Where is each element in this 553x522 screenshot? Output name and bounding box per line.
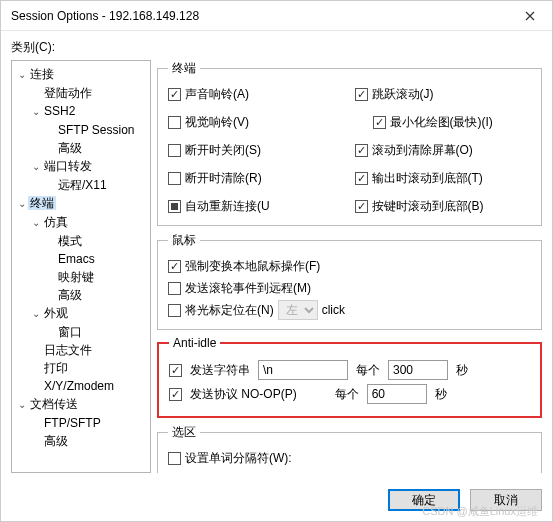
- tree-item[interactable]: ⌄文档传送: [14, 395, 148, 414]
- wheel_remote-label: 发送滚轮事件到远程(M): [185, 280, 311, 297]
- tree-item-label: 高级: [56, 141, 84, 155]
- send-string-label: 发送字符串: [190, 362, 250, 379]
- tree-item-label: 登陆动作: [42, 86, 94, 100]
- category-tree[interactable]: ⌄连接 登陆动作⌄SSH2 SFTP Session 高级⌄端口转发 远程/X1…: [11, 60, 151, 473]
- tree-item[interactable]: ⌄端口转发: [14, 157, 148, 176]
- panels: ⌄连接 登陆动作⌄SSH2 SFTP Session 高级⌄端口转发 远程/X1…: [11, 60, 542, 473]
- anti-idle-group: Anti-idle 发送字符串 每个 秒 发送协议 NO-OP(P) 每个 秒: [157, 336, 542, 418]
- tree-item[interactable]: ⌄SSH2: [14, 102, 148, 121]
- auto_reconnect-label: 自动重新连接(U: [185, 198, 270, 215]
- tree-item[interactable]: 高级: [14, 139, 148, 157]
- close-button[interactable]: [508, 1, 552, 31]
- tree-item[interactable]: SFTP Session: [14, 121, 148, 139]
- send-proto-interval[interactable]: [367, 384, 427, 404]
- send-string-interval[interactable]: [388, 360, 448, 380]
- wheel_remote-checkbox[interactable]: [168, 282, 181, 295]
- tree-item[interactable]: 模式: [14, 232, 148, 250]
- tree-item-label: 日志文件: [42, 343, 94, 357]
- tree-item[interactable]: 远程/X11: [14, 176, 148, 194]
- checkbox-row: 自动重新连接(U: [168, 195, 345, 217]
- tree-toggle-icon[interactable]: ⌄: [30, 305, 42, 323]
- send-string-input[interactable]: [258, 360, 348, 380]
- window-title: Session Options - 192.168.149.128: [11, 9, 199, 23]
- tree-item[interactable]: X/Y/Zmodem: [14, 377, 148, 395]
- titlebar: Session Options - 192.168.149.128: [1, 1, 552, 31]
- tree-item-label: 仿真: [42, 215, 70, 229]
- tree-item[interactable]: 窗口: [14, 323, 148, 341]
- send-string-unit: 秒: [456, 362, 468, 379]
- tree-toggle-icon[interactable]: ⌄: [30, 214, 42, 232]
- tree-item-label: 打印: [42, 361, 70, 375]
- tree-item[interactable]: ⌄连接: [14, 65, 148, 84]
- tree-toggle-icon[interactable]: ⌄: [16, 396, 28, 414]
- mouse-group: 鼠标 强制变换本地鼠标操作(F)发送滚轮事件到远程(M)将光标定位在(N)左cl…: [157, 232, 542, 330]
- tree-item[interactable]: 映射键: [14, 268, 148, 286]
- visualbell-checkbox[interactable]: [168, 116, 181, 129]
- cursor-fix-select: 左: [278, 300, 318, 320]
- send-string-checkbox[interactable]: [169, 364, 182, 377]
- scroll_bottom_key-label: 按键时滚动到底部(B): [372, 198, 484, 215]
- tree-item[interactable]: 登陆动作: [14, 84, 148, 102]
- tree-item-label: SFTP Session: [56, 123, 136, 137]
- anti-idle-legend: Anti-idle: [169, 336, 220, 350]
- selection-group: 选区 设置单词分隔符(W):: [157, 424, 542, 473]
- checkbox-row: 滚动到清除屏幕(O): [355, 139, 532, 161]
- tree-item-label: Emacs: [56, 252, 97, 266]
- word-delim-row: 设置单词分隔符(W):: [168, 447, 531, 469]
- tree-item[interactable]: Emacs: [14, 250, 148, 268]
- cursor-fix-trail: click: [322, 303, 345, 317]
- audiobell-label: 声音响铃(A): [185, 86, 249, 103]
- scroll_bottom_key-checkbox[interactable]: [355, 200, 368, 213]
- force_local-label: 强制变换本地鼠标操作(F): [185, 258, 320, 275]
- checkbox-row: 强制变换本地鼠标操作(F): [168, 255, 531, 277]
- tree-item[interactable]: FTP/SFTP: [14, 414, 148, 432]
- ok-button[interactable]: 确定: [388, 489, 460, 511]
- checkbox-row: 视觉响铃(V): [168, 111, 345, 133]
- cursor-fix-checkbox[interactable]: [168, 304, 181, 317]
- tree-toggle-icon[interactable]: ⌄: [16, 195, 28, 213]
- scroll_bottom_out-checkbox[interactable]: [355, 172, 368, 185]
- word-delim-label: 设置单词分隔符(W):: [185, 450, 292, 467]
- min_draw-label: 最小化绘图(最快)(I): [390, 114, 493, 131]
- checkbox-row: 断开时清除(R): [168, 167, 345, 189]
- tree-item[interactable]: ⌄终端: [14, 194, 148, 213]
- main-panel: 终端 声音响铃(A)跳跃滚动(J)视觉响铃(V)最小化绘图(最快)(I)断开时关…: [157, 60, 542, 473]
- cancel-button[interactable]: 取消: [470, 489, 542, 511]
- send-proto-checkbox[interactable]: [169, 388, 182, 401]
- force_local-checkbox[interactable]: [168, 260, 181, 273]
- mouse-legend: 鼠标: [168, 232, 200, 249]
- tree-toggle-icon[interactable]: ⌄: [30, 103, 42, 121]
- tree-item[interactable]: 高级: [14, 432, 148, 450]
- tree-item-label: 映射键: [56, 270, 96, 284]
- tree-item[interactable]: ⌄外观: [14, 304, 148, 323]
- word-delim-checkbox[interactable]: [168, 452, 181, 465]
- checkbox-row: 按键时滚动到底部(B): [355, 195, 532, 217]
- tree-item[interactable]: 高级: [14, 286, 148, 304]
- checkbox-row: 发送滚轮事件到远程(M): [168, 277, 531, 299]
- tree-item-label: X/Y/Zmodem: [42, 379, 116, 393]
- tree-item[interactable]: 打印: [14, 359, 148, 377]
- close_on_disc-checkbox[interactable]: [168, 144, 181, 157]
- tree-toggle-icon[interactable]: ⌄: [16, 66, 28, 84]
- tree-item-label: 终端: [28, 196, 56, 210]
- scroll_clear-checkbox[interactable]: [355, 144, 368, 157]
- cursor-fix-label: 将光标定位在(N): [185, 302, 274, 319]
- min_draw-checkbox[interactable]: [373, 116, 386, 129]
- audiobell-checkbox[interactable]: [168, 88, 181, 101]
- send-proto-row: 发送协议 NO-OP(P) 每个 秒: [169, 384, 530, 404]
- cursor-fix-row: 将光标定位在(N)左click: [168, 299, 531, 321]
- tree-item[interactable]: 日志文件: [14, 341, 148, 359]
- dialog-buttons: 确定 取消: [1, 481, 552, 521]
- tree-item[interactable]: ⌄仿真: [14, 213, 148, 232]
- jump_scroll-label: 跳跃滚动(J): [372, 86, 434, 103]
- auto_reconnect-checkbox[interactable]: [168, 200, 181, 213]
- tree-item-label: 高级: [56, 288, 84, 302]
- send-proto-every: 每个: [335, 386, 359, 403]
- checkbox-row: 跳跃滚动(J): [355, 83, 532, 105]
- clear_on_disc-checkbox[interactable]: [168, 172, 181, 185]
- tree-item-label: FTP/SFTP: [42, 416, 103, 430]
- jump_scroll-checkbox[interactable]: [355, 88, 368, 101]
- visualbell-label: 视觉响铃(V): [185, 114, 249, 131]
- tree-toggle-icon[interactable]: ⌄: [30, 158, 42, 176]
- tree-item-label: 模式: [56, 234, 84, 248]
